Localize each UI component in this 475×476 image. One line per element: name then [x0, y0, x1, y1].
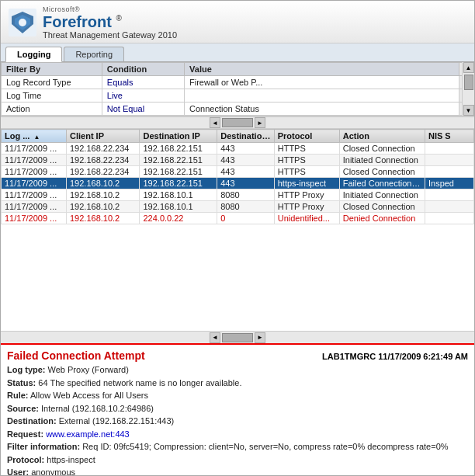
- tab-logging[interactable]: Logging: [5, 47, 62, 62]
- detail-datetime: 11/17/2009 6:21:49 AM: [378, 352, 468, 361]
- log-table-row[interactable]: 11/17/2009 ...192.168.22.234192.168.22.1…: [2, 143, 474, 155]
- detail-user-value: anonymous: [31, 467, 75, 475]
- detail-panel: Failed Connection Attempt LAB1TMGRC 11/1…: [1, 343, 474, 475]
- hscroll-right-btn[interactable]: ►: [255, 117, 265, 128]
- col-header-log[interactable]: Log ... ▲: [2, 130, 67, 143]
- log-cell-log_time: 11/17/2009 ...: [2, 166, 67, 178]
- detail-status-value: 64 The specified network name is no long…: [38, 378, 241, 387]
- log-hscrollbar: ◄ ►: [1, 331, 474, 343]
- log-hscroll-left[interactable]: ◄: [210, 332, 220, 343]
- log-cell-nis_s: Insped: [425, 178, 473, 189]
- log-table-row[interactable]: 11/17/2009 ...192.168.10.2192.168.10.180…: [2, 189, 474, 201]
- log-table-row[interactable]: 11/17/2009 ...192.168.10.2224.0.0.220Uni…: [2, 213, 474, 224]
- log-cell-client_ip: 192.168.22.234: [67, 166, 140, 178]
- filter-value-2: [185, 89, 459, 102]
- tab-reporting[interactable]: Reporting: [64, 47, 124, 61]
- col-header-destip[interactable]: Destination IP: [140, 130, 217, 143]
- detail-user-label: User:: [7, 467, 29, 475]
- log-cell-action: Closed Connection: [339, 166, 425, 178]
- detail-status-label: Status:: [7, 378, 36, 387]
- scroll-up-btn[interactable]: ▲: [463, 62, 474, 73]
- log-table-row[interactable]: 11/17/2009 ...192.168.10.2192.168.10.180…: [2, 201, 474, 213]
- log-table-row[interactable]: 11/17/2009 ...192.168.10.2192.168.22.151…: [2, 178, 474, 189]
- col-header-clientip[interactable]: Client IP: [67, 130, 140, 143]
- brand-text: Microsoft® Forefront ® Threat Management…: [43, 5, 177, 40]
- log-cell-dest_ip: 224.0.0.22: [140, 213, 217, 224]
- log-cell-protocol: HTTPS: [274, 155, 339, 166]
- log-cell-client_ip: 192.168.22.234: [67, 155, 140, 166]
- log-section: Log ... ▲ Client IP Destination IP Desti…: [1, 129, 474, 343]
- filter-condition-3: Not Equal: [102, 102, 184, 116]
- detail-rule-value: Allow Web Access for All Users: [30, 391, 148, 400]
- log-cell-nis_s: [425, 201, 473, 213]
- svg-point-3: [19, 19, 26, 26]
- filter-condition-1: Equals: [102, 76, 184, 89]
- log-cell-dest_port: 443: [217, 155, 275, 166]
- col-header-nis[interactable]: NIS S: [425, 130, 473, 143]
- log-cell-dest_port: 443: [217, 143, 275, 155]
- hscroll-thumb[interactable]: [222, 118, 253, 127]
- detail-status-row: Status: 64 The specified network name is…: [7, 377, 468, 390]
- detail-rule-label: Rule:: [7, 391, 29, 400]
- log-hscroll-right[interactable]: ►: [255, 332, 265, 343]
- log-cell-action: Initiated Connection: [339, 189, 425, 201]
- detail-title: Failed Connection Attempt: [7, 349, 145, 362]
- detail-request-label: Request:: [7, 429, 43, 439]
- filter-filterby-3: Action: [2, 102, 102, 116]
- scroll-down-btn[interactable]: ▼: [463, 105, 474, 116]
- log-cell-client_ip: 192.168.22.234: [67, 143, 140, 155]
- detail-filter-value: Req ID: 09fc5419; Compression: client=No…: [82, 442, 448, 451]
- filter-col-value: Value: [185, 63, 459, 76]
- log-table-row[interactable]: 11/17/2009 ...192.168.22.234192.168.22.1…: [2, 155, 474, 166]
- col-header-action[interactable]: Action: [339, 130, 425, 143]
- filter-row[interactable]: Log Time Live: [2, 89, 474, 102]
- log-cell-dest_ip: 192.168.22.151: [140, 143, 217, 155]
- tabs-bar: Logging Reporting: [1, 43, 474, 62]
- log-cell-nis_s: [425, 213, 473, 224]
- log-cell-dest_ip: 192.168.22.151: [140, 155, 217, 166]
- log-cell-action: Closed Connection: [339, 201, 425, 213]
- log-hscroll-thumb[interactable]: [222, 333, 253, 342]
- log-cell-nis_s: [425, 143, 473, 155]
- filter-condition-2: Live: [102, 89, 184, 102]
- filter-row[interactable]: Log Record Type Equals Firewall or Web P…: [2, 76, 474, 89]
- detail-source-row: Source: Internal (192.168.10.2:64986): [7, 402, 468, 415]
- detail-dest-value: External (192.168.22.151:443): [59, 416, 175, 426]
- detail-request-value[interactable]: www.example.net:443: [46, 429, 130, 439]
- log-cell-nis_s: [425, 155, 473, 166]
- log-cell-protocol: HTTPS: [274, 143, 339, 155]
- log-cell-protocol: HTTP Proxy: [274, 189, 339, 201]
- filter-value-1: Firewall or Web P...: [185, 76, 459, 89]
- log-cell-protocol: HTTP Proxy: [274, 201, 339, 213]
- log-table-row[interactable]: 11/17/2009 ...192.168.22.234192.168.22.1…: [2, 166, 474, 178]
- col-header-destport[interactable]: Destination Port: [217, 130, 275, 143]
- log-cell-client_ip: 192.168.10.2: [67, 213, 140, 224]
- log-cell-action: Denied Connection: [339, 213, 425, 224]
- brand-ms: Microsoft®: [43, 5, 177, 13]
- log-cell-dest_ip: 192.168.22.151: [140, 166, 217, 178]
- filter-vscrollbar[interactable]: ▲ ▼: [462, 62, 474, 116]
- log-cell-dest_ip: 192.168.22.151: [140, 178, 217, 189]
- log-cell-log_time: 11/17/2009 ...: [2, 143, 67, 155]
- log-cell-dest_port: 0: [217, 213, 275, 224]
- detail-filter-label: Filter information:: [7, 442, 80, 451]
- log-cell-client_ip: 192.168.10.2: [67, 189, 140, 201]
- log-cell-dest_port: 443: [217, 178, 275, 189]
- log-cell-nis_s: [425, 166, 473, 178]
- detail-protocol-row: Protocol: https-inspect: [7, 453, 468, 467]
- detail-source-label: Source:: [7, 404, 39, 413]
- scroll-thumb[interactable]: [464, 75, 473, 90]
- log-table: Log ... ▲ Client IP Destination IP Desti…: [1, 129, 474, 224]
- log-cell-log_time: 11/17/2009 ...: [2, 213, 67, 224]
- log-cell-dest_port: 8080: [217, 201, 275, 213]
- col-header-protocol[interactable]: Protocol: [274, 130, 339, 143]
- log-cell-action: Closed Connection: [339, 143, 425, 155]
- log-table-wrapper: Log ... ▲ Client IP Destination IP Desti…: [1, 129, 474, 331]
- log-cell-dest_ip: 192.168.10.1: [140, 189, 217, 201]
- filter-filterby-1: Log Record Type: [2, 76, 102, 89]
- detail-logtype-value: Web Proxy (Forward): [48, 365, 129, 374]
- forefront-logo-icon: [9, 9, 36, 36]
- filter-row[interactable]: Action Not Equal Connection Status: [2, 102, 474, 116]
- log-cell-dest_ip: 192.168.10.1: [140, 201, 217, 213]
- hscroll-left-btn[interactable]: ◄: [210, 117, 220, 128]
